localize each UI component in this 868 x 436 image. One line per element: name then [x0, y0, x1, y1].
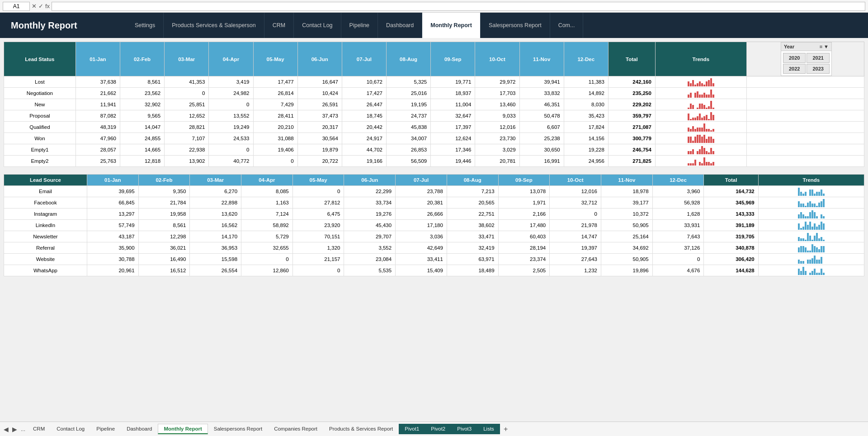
cell-value: 1,628 — [652, 209, 704, 220]
cell-value: 18,937 — [431, 88, 475, 99]
sheet-tab-crm[interactable]: CRM — [27, 424, 51, 434]
cell-value: 16,647 — [297, 76, 342, 88]
table-row: Qualified48,31914,04728,82119,24920,2102… — [4, 122, 864, 133]
cell-value: 25,016 — [387, 88, 431, 99]
cell-value: 13,297 — [87, 209, 138, 220]
cell-value: 39,695 — [87, 186, 138, 197]
row-label: New — [4, 99, 76, 110]
trend-cell — [758, 186, 864, 197]
cell-value: 30,564 — [297, 133, 342, 144]
cell-value: 3,552 — [344, 242, 396, 254]
cell-reference[interactable] — [3, 2, 30, 11]
cell-value: 26,853 — [387, 144, 431, 156]
function-icon[interactable]: fx — [45, 3, 50, 9]
cell-value: 23,788 — [396, 186, 447, 197]
cell-value: 20,722 — [297, 156, 342, 167]
cell-value: 0 — [253, 156, 297, 167]
sheet-tab-pipeline[interactable]: Pipeline — [90, 424, 121, 434]
nav-tab-settings[interactable]: Settings — [127, 13, 164, 38]
row-label: Empty2 — [4, 156, 76, 167]
cell-value: 13,078 — [498, 186, 550, 197]
sheet-tab-pivot1[interactable]: Pivot1 — [399, 424, 425, 434]
cell-value: 11,004 — [431, 99, 475, 110]
row-total: 271,087 — [608, 122, 655, 133]
cell-value: 36,953 — [190, 242, 241, 254]
tab-nav-next[interactable]: ▶ — [10, 426, 19, 433]
nav-tab-monthly-report[interactable]: Monthly Report — [422, 13, 481, 38]
nav-tab-dashboard[interactable]: Dashboard — [378, 13, 422, 38]
row-label: Website — [4, 254, 87, 265]
cell-value: 8,561 — [120, 76, 164, 88]
cell-value: 17,180 — [396, 220, 447, 231]
cell-value: 19,397 — [550, 242, 601, 254]
nav-tab-pipeline[interactable]: Pipeline — [341, 13, 378, 38]
cell-value: 32,902 — [120, 99, 164, 110]
cell-value: 45,430 — [344, 220, 396, 231]
tab-nav-prev[interactable]: ◀ — [2, 426, 10, 433]
sheet-tab-monthly-report[interactable]: Monthly Report — [158, 424, 208, 434]
cell-value: 32,712 — [550, 197, 601, 209]
cell-value: 12,016 — [475, 122, 519, 133]
cell-value: 25,164 — [601, 231, 652, 242]
year-2023[interactable]: 2023 — [807, 64, 829, 74]
cell-value: 87,082 — [75, 110, 120, 122]
trend-cell — [655, 88, 746, 99]
sheet-tab-lists[interactable]: Lists — [477, 424, 500, 434]
cell-value: 16,512 — [138, 265, 190, 276]
nav-tab-products-services-&-salesperson[interactable]: Products Services & Salesperson — [164, 13, 264, 38]
cell-value: 19,771 — [431, 76, 475, 88]
cell-value: 9,565 — [120, 110, 164, 122]
row-total: 359,797 — [608, 110, 655, 122]
sheet-tab-pivot3[interactable]: Pivot3 — [451, 424, 477, 434]
year-2021[interactable]: 2021 — [807, 53, 829, 63]
nav-tab-com...[interactable]: Com... — [550, 13, 584, 38]
cell-value: 43,187 — [87, 231, 138, 242]
sheet-tab-salespersons-report[interactable]: Salespersons Report — [208, 424, 268, 434]
cell-value: 16,562 — [190, 220, 241, 231]
cell-value: 13,552 — [209, 110, 253, 122]
main-content: Lead Status01-Jan02-Feb03-Mar04-Apr05-Ma… — [0, 38, 868, 422]
year-2022[interactable]: 2022 — [783, 64, 806, 74]
trend-cell — [758, 265, 864, 276]
cell-value: 57,749 — [87, 220, 138, 231]
confirm-formula-icon[interactable]: ✓ — [38, 3, 43, 9]
cell-value: 23,374 — [498, 254, 550, 265]
cell-value: 7,643 — [652, 231, 704, 242]
nav-tab-crm[interactable]: CRM — [264, 13, 294, 38]
cell-value: 8,561 — [138, 220, 190, 231]
trend-cell — [758, 197, 864, 209]
cell-value: 40,772 — [209, 156, 253, 167]
cell-value: 26,554 — [190, 265, 241, 276]
table-row: LinkedIn57,7498,56116,56258,89223,92045,… — [4, 220, 864, 231]
sheet-tab-contact-log[interactable]: Contact Log — [51, 424, 90, 434]
formula-input[interactable] — [52, 2, 865, 11]
cell-value: 32,419 — [447, 242, 498, 254]
cell-value: 41,353 — [165, 76, 209, 88]
add-sheet-btn[interactable]: + — [502, 425, 509, 433]
cell-value: 16,490 — [138, 254, 190, 265]
year-label: Year — [784, 44, 794, 49]
year-filter-icon[interactable]: ▼ — [824, 44, 829, 49]
cell-value: 18,489 — [447, 265, 498, 276]
cell-value: 5,729 — [241, 231, 293, 242]
cell-value: 47,960 — [75, 133, 120, 144]
year-sort-icon[interactable]: ≡ — [820, 44, 822, 49]
cell-value: 3,036 — [396, 231, 447, 242]
cell-value: 13,620 — [190, 209, 241, 220]
cell-value: 33,411 — [396, 254, 447, 265]
sheet-tab-products-&-services-report[interactable]: Products & Services Report — [323, 424, 399, 434]
row-total: 319,705 — [704, 231, 758, 242]
table-row: Empty225,76312,81813,90240,772020,72219,… — [4, 156, 864, 167]
year-2020[interactable]: 2020 — [783, 53, 806, 63]
cell-value: 34,007 — [387, 133, 431, 144]
cell-value: 16,991 — [519, 156, 564, 167]
sheet-tab-dashboard[interactable]: Dashboard — [121, 424, 158, 434]
cell-value: 70,151 — [292, 231, 344, 242]
cell-value: 22,751 — [447, 209, 498, 220]
sheet-tab-companies-report[interactable]: Companies Report — [268, 424, 323, 434]
cancel-formula-icon[interactable]: ✕ — [32, 3, 37, 9]
nav-tab-salespersons-report[interactable]: Salespersons Report — [481, 13, 550, 38]
nav-tab-contact-log[interactable]: Contact Log — [294, 13, 341, 38]
sheet-tab-pivot2[interactable]: Pivot2 — [425, 424, 451, 434]
cell-value: 14,665 — [120, 144, 164, 156]
